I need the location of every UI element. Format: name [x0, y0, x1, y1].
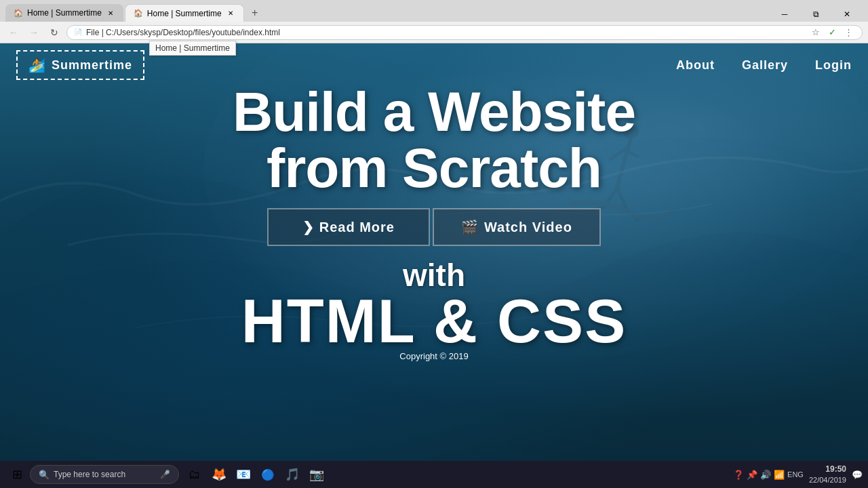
tab2-close[interactable]: ✕	[226, 9, 235, 18]
taskbar-search[interactable]: 🔍 Type here to search 🎤	[30, 465, 179, 484]
search-placeholder: Type here to search	[54, 470, 125, 479]
address-bar: ← → ↻ 📄 File | C:/Users/skysp/Desktop/fi…	[0, 22, 868, 43]
close-button[interactable]: ✕	[831, 7, 863, 22]
taskbar-app-camera[interactable]: 📷	[305, 463, 328, 486]
address-field[interactable]: 📄 File | C:/Users/skysp/Desktop/files/yo…	[66, 25, 863, 40]
tab1-favicon: 🏠	[14, 9, 23, 18]
back-button[interactable]: ←	[5, 24, 22, 41]
hero-section: Build a Website from Scratch ❯ Read More…	[0, 81, 868, 361]
taskbar: ⊞ 🔍 Type here to search 🎤 🗂 🦊 📧 🔵 🎵 📷 ❓ …	[0, 461, 868, 488]
mic-icon[interactable]: 🎤	[160, 470, 170, 479]
check-icon[interactable]: ✓	[825, 26, 839, 39]
watch-video-label: Watch Video	[484, 220, 572, 235]
taskbar-app-music[interactable]: 🎵	[281, 463, 304, 486]
address-text: File | C:/Users/skysp/Desktop/files/yout…	[86, 28, 805, 37]
nav-about[interactable]: About	[676, 58, 715, 73]
hero-buttons: ❯ Read More 🎬 Watch Video	[14, 208, 854, 246]
more-options-icon[interactable]: ⋮	[842, 26, 855, 39]
site-logo[interactable]: 🏄 Summertime	[16, 50, 144, 80]
video-icon: 🎬	[461, 219, 479, 235]
website-content: 🏄 Summertime About Gallery Login Build a…	[0, 42, 868, 461]
volume-icon[interactable]: 🔊	[760, 470, 771, 480]
tabs-bar: 🏠 Home | Summertime ✕ 🏠 Home | Summertim…	[0, 0, 868, 22]
hero-tech-text: HTML & CSS	[14, 287, 854, 357]
restore-button[interactable]: ⧉	[800, 7, 831, 22]
logo-text: Summertime	[52, 58, 132, 73]
help-icon[interactable]: ❓	[733, 470, 744, 480]
taskbar-app-fileexplorer[interactable]: 🗂	[183, 463, 206, 486]
tab1-title: Home | Summertime	[27, 8, 102, 18]
tab1-close[interactable]: ✕	[106, 8, 115, 18]
minimize-button[interactable]: ─	[769, 7, 800, 22]
nav-gallery[interactable]: Gallery	[742, 58, 788, 73]
taskbar-app-edge[interactable]: 🔵	[256, 463, 279, 486]
notification-icon[interactable]: 💬	[852, 470, 863, 480]
taskbar-right: ❓ 📌 🔊 📶 ENG 19:50 22/04/2019 💬	[733, 464, 863, 485]
tab2-favicon: 🏠	[134, 9, 143, 18]
taskbar-app-mail[interactable]: 📧	[232, 463, 255, 486]
time-display: 19:50	[809, 464, 846, 475]
network-icon[interactable]: 📶	[774, 470, 785, 480]
taskbar-app-firefox[interactable]: 🦊	[208, 463, 231, 486]
read-more-button[interactable]: ❯ Read More	[267, 208, 430, 246]
browser-chrome: 🏠 Home | Summertime ✕ 🏠 Home | Summertim…	[0, 0, 868, 42]
hero-title-line2: from Scratch	[14, 139, 854, 197]
copyright-text: Copyright © 2019	[14, 351, 854, 361]
date-display: 22/04/2019	[809, 475, 846, 485]
tab-tooltip: Home | Summertime	[149, 41, 236, 56]
tab-2[interactable]: 🏠 Home | Summertime ✕	[125, 4, 244, 22]
nav-links: About Gallery Login	[676, 58, 852, 73]
nav-login[interactable]: Login	[815, 58, 852, 73]
address-actions: ☆ ✓ ⋮	[809, 26, 855, 39]
bookmark-icon[interactable]: ☆	[809, 26, 823, 39]
refresh-button[interactable]: ↻	[46, 24, 62, 41]
search-icon: 🔍	[39, 470, 50, 480]
lang-label: ENG	[787, 470, 804, 479]
taskbar-apps: 🗂 🦊 📧 🔵 🎵 📷	[183, 463, 328, 486]
taskbar-sys-icons: ❓ 📌 🔊 📶 ENG	[733, 470, 804, 480]
tab2-title: Home | Summertime	[147, 9, 222, 18]
address-protocol-icon: 📄	[74, 28, 82, 36]
pin-icon[interactable]: 📌	[747, 470, 757, 480]
logo-icon: 🏄	[28, 57, 46, 73]
forward-button[interactable]: →	[26, 24, 42, 41]
hero-title-line1: Build a Website	[14, 81, 854, 142]
start-button[interactable]: ⊞	[5, 463, 28, 486]
tab-1[interactable]: 🏠 Home | Summertime ✕	[5, 4, 123, 22]
new-tab-button[interactable]: +	[245, 4, 264, 22]
taskbar-time[interactable]: 19:50 22/04/2019	[809, 464, 846, 485]
watch-video-button[interactable]: 🎬 Watch Video	[433, 208, 601, 246]
